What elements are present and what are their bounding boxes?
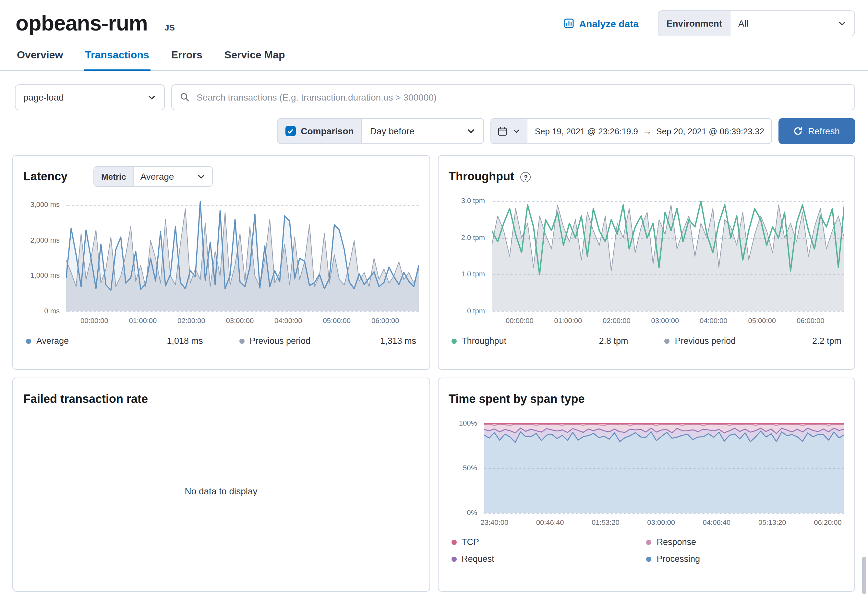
comparison-label: Comparison — [301, 126, 353, 136]
tab-service-map[interactable]: Service Map — [223, 44, 287, 71]
failed-transaction-rate-panel: Failed transaction rate No data to displ… — [12, 378, 430, 592]
gridline — [66, 311, 419, 312]
x-axis-tick-label: 03:00:00 — [647, 518, 675, 526]
span-type-legend: TCP Response Request Processing — [449, 537, 844, 564]
x-axis-tick-label: 02:00:00 — [603, 317, 631, 324]
y-axis-tick-label: 2,000 ms — [31, 236, 60, 244]
x-axis-tick-label: 03:00:00 — [651, 317, 679, 324]
x-axis-tick-label: 00:46:40 — [536, 518, 564, 526]
y-axis-tick-label: 1,000 ms — [31, 271, 60, 279]
span-type-title: Time spent by span type — [449, 392, 584, 406]
legend-value-average: 1,018 ms — [167, 336, 203, 346]
tab-errors[interactable]: Errors — [170, 44, 204, 71]
span-type-panel-header: Time spent by span type — [449, 389, 844, 409]
legend-item-response[interactable]: Response — [646, 537, 842, 547]
y-axis-tick-label: 3.0 tpm — [461, 197, 485, 204]
x-axis-tick-label: 05:13:20 — [758, 518, 786, 526]
gridline — [484, 513, 844, 514]
throughput-plot-area[interactable] — [491, 195, 844, 311]
x-axis-tick-label: 06:00:00 — [797, 317, 825, 324]
transaction-type-value: page-load — [23, 92, 64, 102]
comparison-checkbox[interactable] — [285, 126, 296, 136]
chevron-down-icon — [467, 127, 476, 136]
gridline — [491, 311, 844, 312]
y-axis-tick-label: 2.0 tpm — [461, 234, 485, 242]
service-name: opbeans-rum — [16, 11, 147, 36]
chevron-down-icon — [837, 19, 846, 28]
latency-panel-header: Latency Metric Average — [23, 166, 419, 187]
comparison-period-select[interactable]: Day before — [362, 119, 484, 143]
throughput-panel-header: Throughput ? — [449, 166, 844, 187]
search-transactions-input[interactable] — [197, 92, 846, 102]
legend-item-throughput[interactable]: Throughput 2.8 tpm — [451, 336, 628, 346]
legend-item-previous-period[interactable]: Previous period 2.2 tpm — [665, 336, 842, 346]
tab-overview[interactable]: Overview — [16, 44, 64, 71]
legend-label-previous-period: Previous period — [250, 336, 311, 346]
environment-selected-value: All — [738, 18, 748, 29]
calendar-icon — [498, 126, 508, 136]
legend-value-previous-period: 2.2 tpm — [812, 336, 842, 346]
apm-transactions-page: opbeans-rum JS Analyze data Environment … — [0, 0, 868, 604]
throughput-x-axis: 00:00:0001:00:0002:00:0003:00:0004:00:00… — [491, 317, 844, 325]
legend-item-tcp[interactable]: TCP — [451, 537, 646, 547]
series-dot-average — [26, 338, 31, 344]
help-icon[interactable]: ? — [521, 172, 531, 182]
throughput-panel: Throughput ? 0 tpm1.0 tpm2.0 tpm3.0 tpm … — [437, 155, 855, 370]
refresh-button[interactable]: Refresh — [778, 118, 855, 144]
x-axis-tick-label: 02:00:00 — [177, 317, 205, 324]
series-dot-tcp — [451, 539, 456, 545]
comparison-period-value: Day before — [370, 126, 415, 136]
analyze-data-link[interactable]: Analyze data — [563, 18, 639, 29]
header-actions: Analyze data Environment All — [563, 10, 855, 36]
legend-item-request[interactable]: Request — [451, 554, 646, 564]
date-range-end[interactable]: Sep 20, 2021 @ 06:39:23.32 — [656, 126, 764, 136]
comparison-control: Comparison Day before — [277, 118, 484, 144]
metric-label: Metric — [94, 167, 133, 186]
environment-filter: Environment All — [658, 10, 855, 36]
legend-value-throughput: 2.8 tpm — [599, 336, 628, 346]
throughput-y-axis: 0 tpm1.0 tpm2.0 tpm3.0 tpm — [449, 195, 491, 311]
throughput-legend: Throughput 2.8 tpm Previous period 2.2 t… — [449, 336, 844, 346]
legend-label-average: Average — [36, 336, 69, 346]
service-tabs: Overview Transactions Errors Service Map — [0, 44, 868, 71]
y-axis-tick-label: 1.0 tpm — [461, 270, 485, 278]
date-picker: Sep 19, 2021 @ 23:26:19.9 → Sep 20, 2021… — [491, 118, 772, 144]
refresh-label: Refresh — [808, 126, 840, 136]
date-range-start[interactable]: Sep 19, 2021 @ 23:26:19.9 — [535, 126, 638, 136]
transaction-filter-row: page-load — [0, 84, 868, 110]
latency-metric-select[interactable]: Average — [133, 167, 212, 186]
latency-plot-area[interactable] — [66, 195, 419, 311]
y-axis-tick-label: 100% — [459, 419, 477, 427]
latency-panel: Latency Metric Average 0 ms1,000 ms2,000… — [12, 155, 430, 370]
series-dot-processing — [646, 556, 652, 562]
y-axis-tick-label: 50% — [463, 464, 477, 472]
y-axis-tick-label: 0 tpm — [467, 307, 485, 314]
transaction-type-select[interactable]: page-load — [15, 84, 165, 110]
series-dot-previous-period — [239, 338, 245, 344]
comparison-toggle[interactable]: Comparison — [277, 119, 361, 143]
x-axis-tick-label: 01:00:00 — [554, 317, 582, 324]
series-area-Processing — [484, 431, 844, 513]
tab-transactions[interactable]: Transactions — [84, 44, 150, 71]
y-axis-tick-label: 0% — [467, 509, 477, 516]
analyze-data-label: Analyze data — [579, 18, 639, 29]
failed-rate-title: Failed transaction rate — [23, 392, 148, 406]
page-scrollbar-thumb[interactable] — [862, 557, 866, 594]
throughput-series-svg — [491, 195, 844, 311]
x-axis-tick-label: 06:00:00 — [371, 317, 399, 324]
latency-legend: Average 1,018 ms Previous period 1,313 m… — [23, 336, 419, 346]
x-axis-tick-label: 04:00:00 — [700, 317, 727, 324]
legend-item-previous-period[interactable]: Previous period 1,313 ms — [239, 336, 417, 346]
agent-badge-js: JS — [164, 23, 175, 33]
date-picker-menu-button[interactable] — [491, 119, 528, 143]
environment-label: Environment — [659, 11, 730, 36]
span-type-panel: Time spent by span type 0%50%100% 23:40:… — [437, 378, 855, 592]
legend-item-average[interactable]: Average 1,018 ms — [26, 336, 203, 346]
span-type-plot-area[interactable] — [484, 417, 844, 513]
latency-x-axis: 00:00:0001:00:0002:00:0003:00:0004:00:00… — [66, 317, 419, 325]
legend-label-processing: Processing — [657, 554, 700, 564]
latency-title: Latency — [23, 170, 67, 183]
legend-item-processing[interactable]: Processing — [646, 554, 842, 564]
x-axis-tick-label: 00:00:00 — [81, 317, 108, 324]
environment-select[interactable]: All — [730, 11, 854, 36]
